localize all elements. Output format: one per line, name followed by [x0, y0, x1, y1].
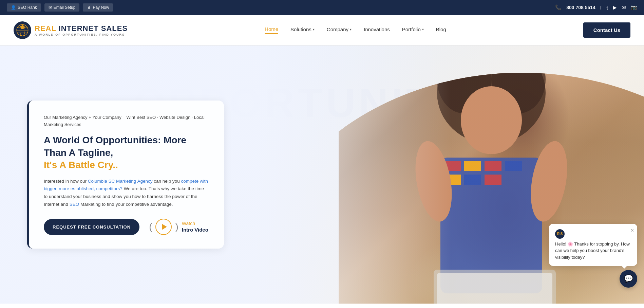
contact-us-button[interactable]: Contact Us [583, 22, 630, 38]
logo-text: REAL INTERNET SALES A WORLD OF OPPORTUNI… [35, 24, 128, 36]
watch-label: Watch Intro Video [182, 221, 208, 233]
hero-subtitle: Our Marketing Agency + Your Company = Wi… [44, 114, 209, 128]
nav-solutions[interactable]: Solutions ▾ [290, 26, 315, 34]
nav-innovations[interactable]: Innovations [364, 26, 390, 34]
chat-open-button[interactable]: 💬 [620, 270, 637, 288]
hero-actions: REQUEST FREE CONSULTATION ( ) Watch Intr… [44, 219, 209, 235]
nav-portfolio[interactable]: Portfolio ▾ [402, 26, 424, 34]
play-triangle-icon [162, 224, 167, 230]
phone-number: 803 708 5514 [566, 5, 595, 10]
logo[interactable]: REAL INTERNET SALES A WORLD OF OPPORTUNI… [14, 21, 128, 39]
columbia-link[interactable]: Columbia SC Marketing Agency [88, 179, 153, 184]
twitter-icon[interactable]: t [606, 5, 608, 11]
chat-widget: × RIS Hello! 🌸 Thanks for stopping by. H… [549, 224, 637, 288]
top-bar-right: 📞 803 708 5514 f t ▶ ✉ 📷 [555, 4, 637, 11]
user-icon: 👤 [11, 5, 16, 10]
play-button-circle[interactable] [155, 219, 172, 235]
logo-company-name: REAL INTERNET SALES [35, 24, 128, 33]
solutions-dropdown-icon: ▾ [313, 28, 315, 31]
watch-video-button[interactable]: ( ) Watch Intro Video [149, 219, 208, 235]
top-bar: 👤 SEO Rank ✉ Email Setup 🖥 Pay Now 📞 803… [0, 0, 644, 15]
consultation-button[interactable]: REQUEST FREE CONSULTATION [44, 219, 139, 235]
hero-card: Our Marketing Agency + Your Company = Wi… [27, 101, 224, 249]
pay-now-button[interactable]: 🖥 Pay Now [83, 3, 113, 12]
main-nav: REAL INTERNET SALES A WORLD OF OPPORTUNI… [0, 15, 644, 46]
email-icon: ✉ [49, 5, 52, 10]
logo-icon [14, 21, 31, 39]
portfolio-dropdown-icon: ▾ [422, 28, 424, 31]
nav-links: Home Solutions ▾ Company ▾ Innovations P… [265, 26, 446, 34]
hero-content: Our Marketing Agency + Your Company = Wi… [0, 80, 251, 269]
hero-section: OPPORTUNITIES [0, 46, 644, 304]
chat-icon: 💬 [624, 274, 633, 283]
chat-header: RIS [555, 229, 631, 239]
top-bar-left: 👤 SEO Rank ✉ Email Setup 🖥 Pay Now [7, 3, 113, 12]
chat-bubble: × RIS Hello! 🌸 Thanks for stopping by. H… [549, 224, 637, 266]
logo-tagline: A WORLD OF OPPORTUNITIES. FIND YOURS [35, 33, 128, 36]
seo-link[interactable]: SEO [70, 202, 79, 207]
instagram-icon[interactable]: 📷 [631, 4, 637, 11]
nav-home[interactable]: Home [265, 26, 278, 34]
paren-right: ) [175, 221, 178, 232]
hero-title: A World Of Opportunities: More Than A Ta… [44, 134, 209, 171]
nav-blog[interactable]: Blog [436, 26, 446, 34]
youtube-icon[interactable]: ▶ [613, 4, 617, 11]
company-dropdown-icon: ▾ [350, 28, 352, 31]
chat-close-button[interactable]: × [631, 227, 634, 235]
payment-icon: 🖥 [87, 5, 91, 10]
phone-icon: 📞 [555, 4, 562, 11]
hero-description: Interested in how our Columbia SC Market… [44, 178, 209, 209]
facebook-icon[interactable]: f [600, 5, 602, 11]
seo-rank-button[interactable]: 👤 SEO Rank [7, 3, 41, 12]
svg-rect-6 [21, 27, 24, 29]
email-setup-button[interactable]: ✉ Email Setup [44, 3, 80, 12]
chat-message: Hello! 🌸 Thanks for stopping by. How can… [555, 241, 631, 261]
chat-logo: RIS [555, 229, 565, 239]
nav-company[interactable]: Company ▾ [327, 26, 352, 34]
paren-left: ( [149, 221, 152, 232]
mail-icon[interactable]: ✉ [622, 4, 626, 11]
